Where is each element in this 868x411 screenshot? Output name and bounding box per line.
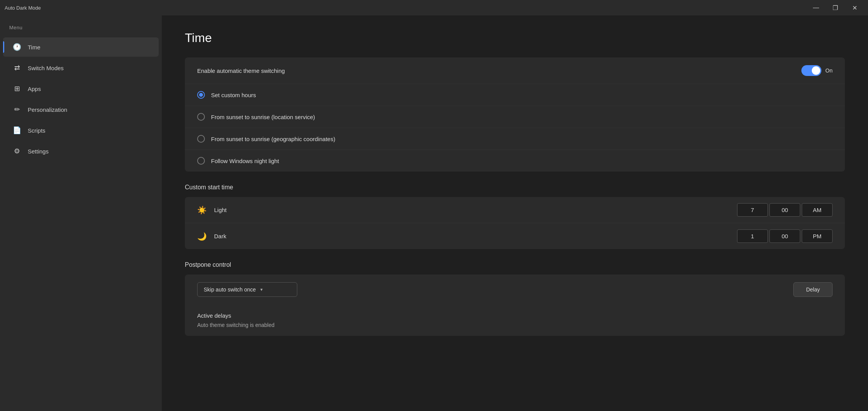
theme-toggle[interactable] — [801, 65, 821, 76]
radio-sunset-location[interactable]: From sunset to sunrise (location service… — [185, 106, 845, 128]
radio-night-light[interactable]: Follow Windows night light — [185, 150, 845, 172]
light-period-input[interactable]: AM — [802, 203, 833, 217]
light-time-row: ☀️ Light 7 00 AM — [185, 197, 845, 223]
app-title: Auto Dark Mode — [5, 5, 41, 11]
light-label: Light — [209, 207, 737, 213]
scripts-icon: 📄 — [12, 126, 22, 135]
sidebar-item-label: Scripts — [28, 127, 45, 134]
sidebar-item-switch-modes[interactable]: ⇄ Switch Modes — [3, 58, 159, 77]
toggle-wrap: On — [801, 65, 833, 76]
dark-hour-input[interactable]: 1 — [737, 229, 768, 243]
enable-card: Enable automatic theme switching On Set … — [185, 57, 845, 172]
sidebar: Menu 🕐 Time ⇄ Switch Modes ⊞ Apps ✏ Pers… — [0, 15, 162, 411]
postpone-card: Skip auto switch once ▾ Delay Active del… — [185, 275, 845, 336]
enable-row: Enable automatic theme switching On — [185, 57, 845, 84]
titlebar: Auto Dark Mode — ❐ ✕ — [0, 0, 868, 15]
sidebar-item-time[interactable]: 🕐 Time — [3, 37, 159, 57]
postpone-row: Skip auto switch once ▾ Delay — [185, 275, 845, 305]
dark-period-input[interactable]: PM — [802, 229, 833, 243]
radio-night-light-circle[interactable] — [197, 157, 205, 165]
chevron-down-icon: ▾ — [260, 287, 263, 292]
apps-icon: ⊞ — [12, 84, 22, 93]
settings-icon: ⚙ — [12, 147, 22, 155]
delay-button[interactable]: Delay — [793, 282, 833, 297]
light-minute-input[interactable]: 00 — [769, 203, 800, 217]
light-time-inputs: 7 00 AM — [737, 203, 833, 217]
sidebar-item-personalization[interactable]: ✏ Personalization — [3, 100, 159, 119]
sidebar-item-label: Settings — [28, 148, 49, 155]
enable-label: Enable automatic theme switching — [197, 67, 285, 74]
radio-sunset-geo-circle[interactable] — [197, 135, 205, 143]
sidebar-item-settings[interactable]: ⚙ Settings — [3, 141, 159, 161]
sun-icon: ☀️ — [197, 206, 209, 215]
custom-start-time-card: ☀️ Light 7 00 AM 🌙 Dark 1 00 PM — [185, 197, 845, 249]
radio-sunset-geo-label: From sunset to sunrise (geographic coord… — [211, 136, 335, 142]
active-delays-title: Active delays — [185, 305, 845, 322]
postpone-control-title: Postpone control — [185, 261, 845, 268]
radio-night-light-label: Follow Windows night light — [211, 158, 279, 164]
sidebar-item-scripts[interactable]: 📄 Scripts — [3, 121, 159, 140]
sidebar-item-label: Apps — [28, 86, 41, 92]
sidebar-menu-label: Menu — [0, 22, 162, 37]
dark-minute-input[interactable]: 00 — [769, 229, 800, 243]
sidebar-item-label: Personalization — [28, 106, 67, 113]
toggle-track — [801, 65, 821, 76]
custom-start-time-title: Custom start time — [185, 184, 845, 191]
personalization-icon: ✏ — [12, 105, 22, 114]
moon-icon: 🌙 — [197, 232, 209, 241]
radio-custom-hours-label: Set custom hours — [211, 92, 256, 98]
postpone-dropdown[interactable]: Skip auto switch once ▾ — [197, 282, 297, 297]
window-controls: — ❐ ✕ — [807, 2, 863, 14]
radio-custom-hours[interactable]: Set custom hours — [185, 84, 845, 106]
switch-icon: ⇄ — [12, 64, 22, 72]
radio-custom-hours-circle[interactable] — [197, 91, 205, 99]
restore-button[interactable]: ❐ — [826, 2, 844, 14]
active-delays-text: Auto theme switching is enabled — [185, 322, 845, 336]
dark-time-row: 🌙 Dark 1 00 PM — [185, 223, 845, 249]
dark-time-inputs: 1 00 PM — [737, 229, 833, 243]
sidebar-item-apps[interactable]: ⊞ Apps — [3, 79, 159, 98]
radio-sunset-location-circle[interactable] — [197, 113, 205, 121]
sidebar-item-label: Switch Modes — [28, 65, 64, 71]
main-content: Time Enable automatic theme switching On… — [162, 15, 868, 411]
toggle-thumb — [812, 66, 820, 75]
close-button[interactable]: ✕ — [846, 2, 863, 14]
toggle-state-label: On — [825, 67, 833, 74]
dark-label: Dark — [209, 233, 737, 239]
sidebar-item-label: Time — [28, 44, 40, 51]
minimize-button[interactable]: — — [807, 2, 825, 14]
app-body: Menu 🕐 Time ⇄ Switch Modes ⊞ Apps ✏ Pers… — [0, 15, 868, 411]
light-hour-input[interactable]: 7 — [737, 203, 768, 217]
radio-sunset-geo[interactable]: From sunset to sunrise (geographic coord… — [185, 128, 845, 150]
clock-icon: 🕐 — [12, 43, 22, 51]
page-title: Time — [185, 31, 845, 45]
radio-sunset-location-label: From sunset to sunrise (location service… — [211, 114, 315, 120]
postpone-dropdown-value: Skip auto switch once — [204, 286, 256, 293]
